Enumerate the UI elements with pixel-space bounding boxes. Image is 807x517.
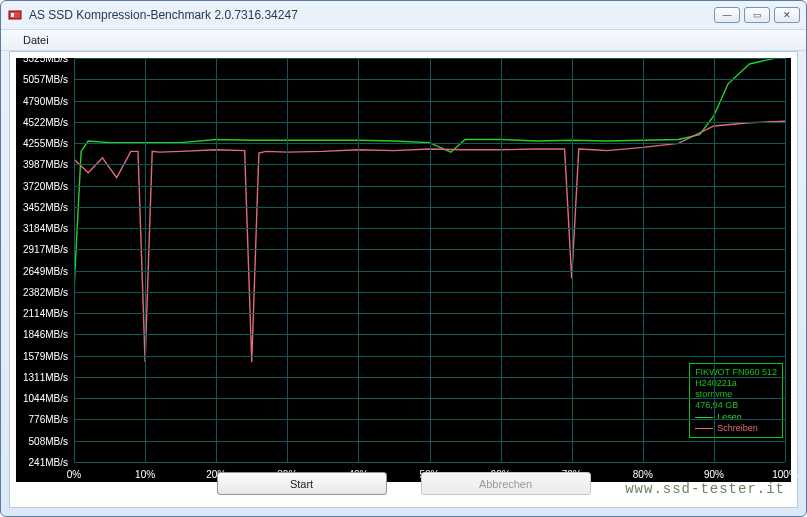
close-button[interactable]: ✕: [774, 7, 800, 23]
watermark: www.ssd-tester.it: [625, 481, 785, 497]
minimize-button[interactable]: —: [714, 7, 740, 23]
gridline-v: [358, 58, 359, 462]
y-axis-label: 2649MB/s: [16, 265, 72, 276]
legend-read-swatch: [695, 417, 713, 418]
gridline-v: [643, 58, 644, 462]
gridline-v: [145, 58, 146, 462]
legend-box: FIKWOT FN960 512 H240221a stornvme 476,9…: [689, 363, 783, 439]
y-axis-label: 3720MB/s: [16, 180, 72, 191]
y-axis-label: 4255MB/s: [16, 138, 72, 149]
svg-rect-1: [11, 13, 14, 17]
gridline-v: [785, 58, 786, 462]
y-axis-label: 1579MB/s: [16, 350, 72, 361]
start-button[interactable]: Start: [217, 472, 387, 495]
gridline-v: [216, 58, 217, 462]
plot-area: FIKWOT FN960 512 H240221a stornvme 476,9…: [74, 58, 785, 462]
y-axis-label: 2114MB/s: [16, 308, 72, 319]
y-axis-label: 3184MB/s: [16, 223, 72, 234]
chart: FIKWOT FN960 512 H240221a stornvme 476,9…: [16, 58, 791, 482]
y-axis-label: 1846MB/s: [16, 329, 72, 340]
menubar: Datei: [1, 29, 806, 51]
window-controls: — ▭ ✕: [714, 7, 800, 23]
legend-write-row: Schreiben: [695, 423, 777, 434]
y-axis-label: 776MB/s: [16, 414, 72, 425]
y-axis-label: 4790MB/s: [16, 95, 72, 106]
client-area: FIKWOT FN960 512 H240221a stornvme 476,9…: [9, 51, 798, 508]
app-icon: [7, 7, 23, 23]
y-axis-label: 2917MB/s: [16, 244, 72, 255]
menu-file[interactable]: Datei: [15, 32, 57, 48]
y-axis-label: 3987MB/s: [16, 159, 72, 170]
y-axis-label: 1311MB/s: [16, 371, 72, 382]
y-axis-label: 4522MB/s: [16, 116, 72, 127]
y-axis-label: 5057MB/s: [16, 74, 72, 85]
legend-read-label: Lesen: [717, 412, 742, 423]
app-window: AS SSD Kompression-Benchmark 2.0.7316.34…: [0, 0, 807, 517]
maximize-button[interactable]: ▭: [744, 7, 770, 23]
gridline-v: [74, 58, 75, 462]
y-axis-label: 5325MB/s: [16, 53, 72, 64]
gridline-v: [572, 58, 573, 462]
cancel-button: Abbrechen: [421, 472, 591, 495]
gridline-h: [74, 462, 785, 463]
gridline-v: [501, 58, 502, 462]
y-axis-label: 1044MB/s: [16, 393, 72, 404]
legend-write-swatch: [695, 428, 713, 429]
gridline-v: [714, 58, 715, 462]
legend-capacity: 476,94 GB: [695, 400, 777, 411]
legend-read-row: Lesen: [695, 412, 777, 423]
titlebar: AS SSD Kompression-Benchmark 2.0.7316.34…: [1, 1, 806, 29]
svg-rect-0: [9, 11, 21, 19]
y-axis-label: 508MB/s: [16, 435, 72, 446]
legend-write-label: Schreiben: [717, 423, 758, 434]
y-axis-label: 241MB/s: [16, 457, 72, 468]
gridline-v: [287, 58, 288, 462]
y-axis-label: 3452MB/s: [16, 201, 72, 212]
legend-firmware: H240221a: [695, 378, 777, 389]
window-title: AS SSD Kompression-Benchmark 2.0.7316.34…: [29, 8, 714, 22]
y-axis-label: 2382MB/s: [16, 286, 72, 297]
gridline-v: [430, 58, 431, 462]
